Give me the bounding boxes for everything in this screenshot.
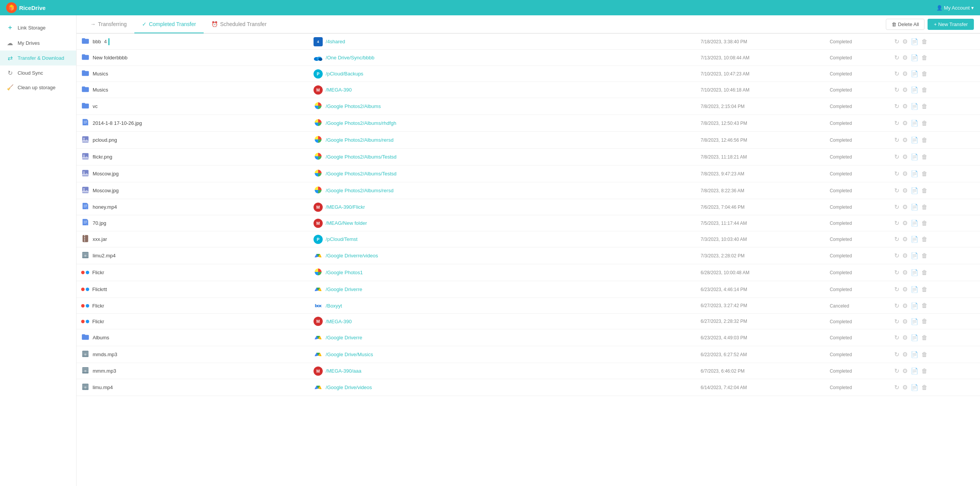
dest-path[interactable]: /MEGA-390/Flickr (326, 204, 365, 210)
settings-icon[interactable]: ⚙ (902, 384, 908, 391)
report-icon[interactable]: 📄 (911, 219, 918, 227)
report-icon[interactable]: 📄 (911, 351, 918, 358)
report-icon[interactable]: 📄 (911, 103, 918, 110)
settings-icon[interactable]: ⚙ (902, 334, 908, 341)
refresh-icon[interactable]: ↻ (894, 187, 899, 194)
delete-all-button[interactable]: 🗑 Delete All (886, 19, 925, 30)
report-icon[interactable]: 📄 (911, 136, 918, 144)
settings-icon[interactable]: ⚙ (902, 70, 908, 77)
dest-path[interactable]: /Google Drive/Musics (326, 352, 373, 357)
delete-icon[interactable]: 🗑 (921, 154, 928, 160)
dest-path[interactable]: /Google Photos1 (326, 270, 363, 275)
refresh-icon[interactable]: ↻ (894, 302, 899, 309)
refresh-icon[interactable]: ↻ (894, 136, 899, 144)
refresh-icon[interactable]: ↻ (894, 38, 899, 45)
delete-icon[interactable]: 🗑 (921, 252, 928, 259)
report-icon[interactable]: 📄 (911, 119, 918, 127)
delete-icon[interactable]: 🗑 (921, 103, 928, 110)
settings-icon[interactable]: ⚙ (902, 219, 908, 227)
delete-icon[interactable]: 🗑 (921, 302, 928, 309)
dest-path[interactable]: /Google Photos2/Albums/Testsd (326, 154, 397, 160)
dest-path[interactable]: /MEGA-390/aaa (326, 368, 361, 374)
tab-scheduled[interactable]: ⏰ Scheduled Transfer (204, 16, 274, 33)
settings-icon[interactable]: ⚙ (902, 302, 908, 309)
sidebar-item-link-storage[interactable]: ＋ Link Storage (0, 20, 76, 36)
dest-path[interactable]: /Google Driverre (326, 335, 362, 340)
refresh-icon[interactable]: ↻ (894, 236, 899, 243)
dest-path[interactable]: /Google Photos2/Albums (326, 103, 381, 109)
refresh-icon[interactable]: ↻ (894, 119, 899, 127)
refresh-icon[interactable]: ↻ (894, 286, 899, 293)
dest-path[interactable]: /Google Photos2/Albums/rersd (326, 137, 394, 143)
report-icon[interactable]: 📄 (911, 203, 918, 211)
settings-icon[interactable]: ⚙ (902, 187, 908, 194)
account-button[interactable]: 👤 My Account ▾ (936, 5, 974, 11)
settings-icon[interactable]: ⚙ (902, 286, 908, 293)
refresh-icon[interactable]: ↻ (894, 70, 899, 77)
report-icon[interactable]: 📄 (911, 334, 918, 341)
delete-icon[interactable]: 🗑 (921, 87, 928, 93)
delete-icon[interactable]: 🗑 (921, 170, 928, 177)
report-icon[interactable]: 📄 (911, 252, 918, 259)
dest-path[interactable]: /MEGA-390 (326, 319, 352, 324)
delete-icon[interactable]: 🗑 (921, 120, 928, 127)
dest-path[interactable]: /pCloud/Backups (326, 71, 363, 77)
settings-icon[interactable]: ⚙ (902, 318, 908, 325)
dest-path[interactable]: /Google Driverre (326, 286, 362, 292)
refresh-icon[interactable]: ↻ (894, 203, 899, 211)
report-icon[interactable]: 📄 (911, 86, 918, 93)
settings-icon[interactable]: ⚙ (902, 203, 908, 211)
settings-icon[interactable]: ⚙ (902, 252, 908, 259)
report-icon[interactable]: 📄 (911, 384, 918, 391)
report-icon[interactable]: 📄 (911, 367, 918, 375)
report-icon[interactable]: 📄 (911, 70, 918, 77)
refresh-icon[interactable]: ↻ (894, 318, 899, 325)
sidebar-item-transfer-download[interactable]: ⇄ Transfer & Download (0, 51, 76, 65)
settings-icon[interactable]: ⚙ (902, 38, 908, 45)
dest-path[interactable]: /MEAG/New folder (326, 220, 367, 226)
dest-path[interactable]: /Boxyyt (326, 303, 342, 309)
delete-icon[interactable]: 🗑 (921, 236, 928, 243)
dest-path[interactable]: /Google Drive/videos (326, 385, 372, 390)
report-icon[interactable]: 📄 (911, 318, 918, 325)
dest-path[interactable]: /One Drive/Sync/bbbb (326, 55, 374, 61)
settings-icon[interactable]: ⚙ (902, 367, 908, 375)
delete-icon[interactable]: 🗑 (921, 54, 928, 61)
report-icon[interactable]: 📄 (911, 54, 918, 61)
refresh-icon[interactable]: ↻ (894, 54, 899, 61)
delete-icon[interactable]: 🗑 (921, 334, 928, 341)
report-icon[interactable]: 📄 (911, 302, 918, 309)
dest-path[interactable]: /Google Photos2/Albums/Testsd (326, 171, 397, 177)
refresh-icon[interactable]: ↻ (894, 334, 899, 341)
delete-icon[interactable]: 🗑 (921, 351, 928, 358)
report-icon[interactable]: 📄 (911, 269, 918, 276)
dest-path[interactable]: /Google Photos2/Albums/rhdfgh (326, 120, 396, 126)
delete-icon[interactable]: 🗑 (921, 137, 928, 144)
delete-icon[interactable]: 🗑 (921, 38, 928, 45)
report-icon[interactable]: 📄 (911, 170, 918, 177)
delete-icon[interactable]: 🗑 (921, 204, 928, 211)
new-transfer-button[interactable]: + New Transfer (928, 19, 974, 30)
dest-path[interactable]: /4shared (326, 39, 345, 44)
report-icon[interactable]: 📄 (911, 187, 918, 194)
tab-completed[interactable]: ✓ Completed Transfer (134, 16, 204, 33)
sidebar-item-my-drives[interactable]: ☁ My Drives (0, 36, 76, 51)
refresh-icon[interactable]: ↻ (894, 351, 899, 358)
dest-path[interactable]: /MEGA-390 (326, 87, 352, 93)
refresh-icon[interactable]: ↻ (894, 86, 899, 93)
delete-icon[interactable]: 🗑 (921, 70, 928, 77)
sidebar-item-cloud-sync[interactable]: ↻ Cloud Sync (0, 65, 76, 80)
delete-icon[interactable]: 🗑 (921, 318, 928, 325)
report-icon[interactable]: 📄 (911, 236, 918, 243)
settings-icon[interactable]: ⚙ (902, 236, 908, 243)
delete-icon[interactable]: 🗑 (921, 269, 928, 276)
settings-icon[interactable]: ⚙ (902, 119, 908, 127)
refresh-icon[interactable]: ↻ (894, 219, 899, 227)
delete-icon[interactable]: 🗑 (921, 187, 928, 194)
report-icon[interactable]: 📄 (911, 38, 918, 45)
settings-icon[interactable]: ⚙ (902, 103, 908, 110)
delete-icon[interactable]: 🗑 (921, 368, 928, 375)
dest-path[interactable]: /pCloud/Temst (326, 236, 358, 242)
dest-path[interactable]: /Google Driverre/videos (326, 253, 378, 259)
settings-icon[interactable]: ⚙ (902, 153, 908, 160)
